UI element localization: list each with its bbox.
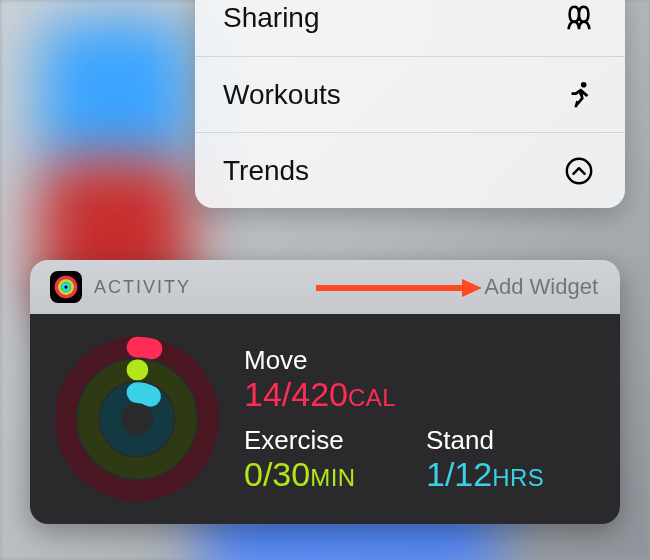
menu-item-sharing[interactable]: Sharing (195, 0, 625, 56)
svg-point-4 (63, 284, 70, 291)
sharing-icon (561, 0, 597, 36)
widget-header: ACTIVITY Add Widget (30, 260, 620, 314)
quick-actions-menu: Sharing Workouts Trends (195, 0, 625, 208)
menu-item-label: Workouts (223, 79, 341, 111)
menu-item-workouts[interactable]: Workouts (195, 56, 625, 132)
metric-value: 1/12HRS (426, 456, 598, 493)
activity-app-icon (50, 271, 82, 303)
metric-label: Stand (426, 425, 598, 456)
metric-move: Move 14/420CAL (244, 345, 598, 413)
metric-stand: Stand 1/12HRS (426, 425, 598, 493)
activity-metrics: Move 14/420CAL Exercise 0/30MIN Stand 1/… (244, 332, 598, 506)
activity-rings (52, 332, 222, 506)
add-widget-button[interactable]: Add Widget (484, 274, 598, 300)
widget-title: ACTIVITY (94, 277, 191, 298)
metric-label: Exercise (244, 425, 416, 456)
metric-value: 0/30MIN (244, 456, 416, 493)
svg-point-0 (581, 81, 587, 87)
chevron-up-circle-icon (561, 153, 597, 189)
menu-item-trends[interactable]: Trends (195, 132, 625, 208)
widget-body: Move 14/420CAL Exercise 0/30MIN Stand 1/… (30, 314, 620, 524)
metric-value: 14/420CAL (244, 376, 598, 413)
menu-item-label: Trends (223, 155, 309, 187)
svg-point-1 (567, 158, 591, 182)
running-icon (561, 77, 597, 113)
activity-widget-card: ACTIVITY Add Widget Move 14/420 (30, 260, 620, 524)
metric-exercise: Exercise 0/30MIN (244, 425, 416, 493)
menu-item-label: Sharing (223, 2, 320, 34)
metric-label: Move (244, 345, 598, 376)
